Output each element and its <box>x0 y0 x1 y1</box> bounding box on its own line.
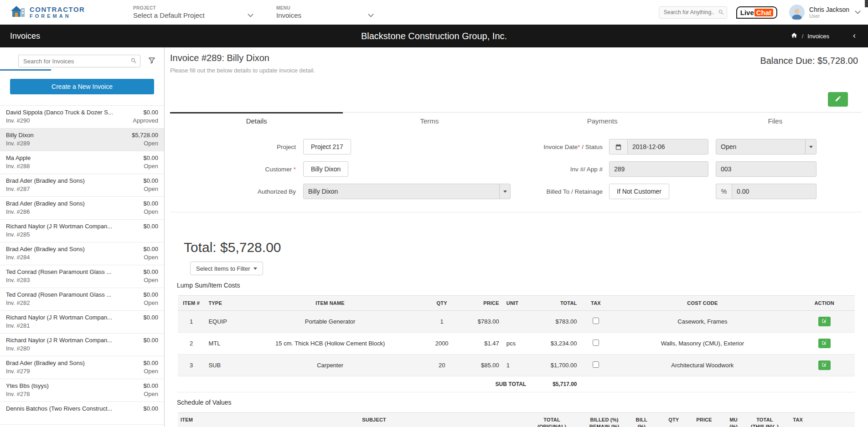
invoice-number-input[interactable] <box>609 161 708 177</box>
col-bill-pct: BILL(%) <box>625 413 658 427</box>
col-unit: UNIT <box>503 296 530 311</box>
billed-to-retainage-label: Billed To / Retainage <box>523 188 609 195</box>
list-item[interactable]: Brad Ader (Bradley and Sons)$0.00 Inv. #… <box>0 356 164 379</box>
logo-line1: CONTRACTOR <box>30 6 85 13</box>
table-row: 1 EQUIP Portable Generator 1 $783.00 $78… <box>178 311 855 333</box>
list-item[interactable]: Brad Ader (Bradley and Sons)$0.00 Inv. #… <box>0 242 164 265</box>
invoice-date-status-label: Invoice Date* / Status <box>523 144 609 150</box>
status-select[interactable]: Open <box>716 139 816 154</box>
list-item[interactable]: Brad Ader (Bradley and Sons)$0.00 Inv. #… <box>0 174 164 197</box>
list-item[interactable]: Dennis Batchos (Two Rivers Construct...$… <box>0 402 164 425</box>
invoice-status: Open <box>144 391 158 397</box>
edit-item-button[interactable] <box>818 339 831 348</box>
filter-icon[interactable] <box>148 57 156 66</box>
tab-terms[interactable]: Terms <box>343 113 516 130</box>
list-item[interactable]: Billy Dixon$5,728.00 Inv. #289Open <box>0 129 164 151</box>
list-item[interactable]: Ytes Bbs (tsyys)$0.00 Inv. #278Open <box>0 379 164 402</box>
edit-invoice-button[interactable] <box>828 92 848 107</box>
edit-item-button[interactable] <box>818 360 831 370</box>
col-item-name: ITEM NAME <box>239 296 422 311</box>
lump-sum-label: Lump Sum/Item Costs <box>177 282 862 289</box>
col-qty: QTY <box>658 413 689 427</box>
chevron-down-icon <box>855 8 861 14</box>
invoice-amount: $0.00 <box>143 382 158 389</box>
search-icon[interactable] <box>130 57 137 66</box>
project-selector-value: Select a Default Project <box>133 11 205 19</box>
app-logo[interactable]: CONTRACTOR FOREMAN <box>10 5 113 20</box>
invoice-number: Inv. #279 <box>6 368 30 375</box>
project-selector[interactable]: PROJECT Select a Default Project <box>133 5 253 19</box>
cell-item-name: Portable Generator <box>239 311 422 333</box>
cell-action <box>794 355 855 376</box>
list-item[interactable]: Ma Apple$0.00 Inv. #288Open <box>0 151 164 174</box>
subtotal-label: SUB TOTAL <box>178 376 530 392</box>
tab-payments[interactable]: Payments <box>516 113 689 130</box>
col-price: PRICE <box>462 296 503 311</box>
invoice-amount: $0.00 <box>143 154 158 161</box>
col-subject: SUBJECT <box>228 413 520 427</box>
calendar-icon[interactable] <box>609 139 627 154</box>
active-tab-indicator <box>0 69 51 71</box>
invoice-customer: Brad Ader (Bradley and Sons) <box>6 246 85 252</box>
col-action: ACTION <box>794 296 855 311</box>
invoice-date-input[interactable] <box>627 139 708 154</box>
tax-checkbox[interactable] <box>593 361 599 368</box>
list-item[interactable]: David Sippola (Danco Truck & Dozer S...$… <box>0 106 164 129</box>
invoice-number: Inv. #280 <box>6 345 30 352</box>
home-icon[interactable] <box>790 32 798 40</box>
tax-checkbox[interactable] <box>593 340 599 346</box>
if-not-customer-button[interactable]: If Not Customer <box>609 184 669 199</box>
invoice-search-input[interactable] <box>18 55 140 67</box>
tab-details[interactable]: Details <box>170 113 343 130</box>
cell-total: $3,234.00 <box>530 333 580 355</box>
search-icon[interactable] <box>718 9 724 17</box>
livechat-logo[interactable]: Live Chat <box>736 6 777 19</box>
invoice-amount: $0.00 <box>143 291 158 298</box>
list-item[interactable]: Richard Naylor (J R Wortman Compan...$0.… <box>0 220 164 242</box>
customer-field-label: Customer * <box>170 166 303 173</box>
cell-tax <box>581 355 611 376</box>
tab-files[interactable]: Files <box>689 113 862 130</box>
authorized-by-select[interactable]: Billy Dixon <box>303 184 511 199</box>
global-search <box>659 6 727 19</box>
user-meta: Chris Jackson User <box>809 6 849 19</box>
topbar: CONTRACTOR FOREMAN PROJECT Select a Defa… <box>0 0 868 25</box>
list-item[interactable]: Ted Conrad (Rosen Paramount Glass ...$0.… <box>0 265 164 288</box>
list-item[interactable]: Richard Naylor (J R Wortman Compan...$0.… <box>0 334 164 356</box>
global-search-input[interactable] <box>659 6 727 19</box>
chevron-down-icon <box>253 268 257 270</box>
collapse-panel-button[interactable] <box>851 32 858 40</box>
invoice-customer: Ted Conrad (Rosen Paramount Glass ... <box>6 268 111 275</box>
schedule-of-values-label: Schedule of Values <box>177 399 862 406</box>
invoice-form: Project Project 217 Invoice Date* / Stat… <box>170 139 862 199</box>
invoice-number: Inv. #286 <box>6 208 30 215</box>
list-item[interactable]: Brad Ader (Bradley and Sons)$0.00 Inv. #… <box>0 197 164 220</box>
list-item[interactable]: Richard Naylor (J R Wortman Compan...$0.… <box>0 311 164 334</box>
scrollbar-thumb[interactable] <box>865 0 868 7</box>
livechat-live-text: Live <box>740 9 754 16</box>
select-items-filter-button[interactable]: Select Items to Filter <box>190 262 263 275</box>
invoice-number: Inv. #282 <box>6 299 30 306</box>
invoice-detail-title: Invoice #289: Billy Dixon <box>170 53 315 63</box>
user-menu[interactable]: Chris Jackson User <box>789 5 860 20</box>
schedule-of-values-table: ITEM SUBJECT TOTAL(ORIGINAL) BILLED (%)R… <box>178 412 855 427</box>
invoice-status: Open <box>144 368 158 375</box>
menu-selector[interactable]: MENU Invoices <box>276 5 373 19</box>
company-name: Blackstone Construction Group, Inc. <box>361 31 507 41</box>
customer-value-button[interactable]: Billy Dixon <box>303 161 348 177</box>
breadcrumb-current[interactable]: Invoices <box>807 33 829 40</box>
invoice-detail-subtitle: Please fill out the below details to upd… <box>170 67 315 74</box>
list-item[interactable]: Ted Conrad (Rosen Paramount Glass ...$0.… <box>0 288 164 311</box>
menu-selector-label: MENU <box>276 5 373 10</box>
cell-unit: 1 <box>503 355 530 376</box>
tax-checkbox[interactable] <box>593 318 599 324</box>
application-number-input[interactable] <box>716 161 816 177</box>
edit-icon <box>822 318 827 325</box>
create-invoice-button[interactable]: Create a New Invoice <box>10 79 154 94</box>
cell-total: $783.00 <box>530 311 580 333</box>
retainage-input[interactable] <box>732 184 816 199</box>
cell-tax <box>581 333 611 355</box>
project-value-button[interactable]: Project 217 <box>303 139 351 154</box>
edit-item-button[interactable] <box>818 317 831 326</box>
pencil-icon <box>835 95 842 103</box>
